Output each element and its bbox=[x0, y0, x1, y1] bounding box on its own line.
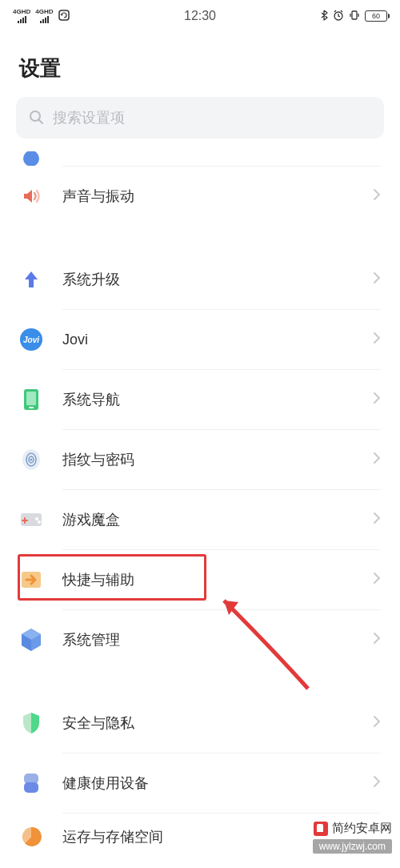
settings-item-system-nav[interactable]: 系统导航 bbox=[0, 370, 400, 429]
partial-icon bbox=[19, 151, 43, 166]
sound-icon bbox=[19, 184, 43, 208]
label-security: 安全与隐私 bbox=[62, 713, 373, 733]
svg-rect-9 bbox=[29, 407, 34, 408]
label-upgrade: 系统升级 bbox=[62, 270, 373, 289]
signal-1: 4GHD bbox=[13, 9, 30, 23]
settings-item-game-box[interactable]: 游戏魔盒 bbox=[0, 490, 400, 549]
watermark-url: www.jylzwj.com bbox=[313, 839, 392, 854]
svg-point-16 bbox=[38, 520, 41, 524]
watermark-icon bbox=[314, 822, 328, 836]
page-title: 设置 bbox=[0, 32, 400, 97]
signal-2: 4GHD bbox=[35, 9, 53, 23]
search-input[interactable]: 搜索设置项 bbox=[16, 97, 384, 139]
settings-item-sound[interactable]: 声音与振动 bbox=[0, 167, 400, 226]
upgrade-icon bbox=[19, 267, 43, 291]
label-shortcut: 快捷与辅助 bbox=[62, 570, 373, 589]
security-icon bbox=[19, 711, 43, 735]
label-sound: 声音与振动 bbox=[62, 187, 373, 206]
svg-rect-8 bbox=[26, 392, 36, 405]
status-bar: 4GHD 4GHD 12:30 60 bbox=[0, 0, 400, 32]
chevron-icon bbox=[373, 392, 381, 408]
alarm-icon bbox=[333, 10, 344, 23]
chevron-icon bbox=[373, 632, 381, 648]
svg-point-3 bbox=[30, 111, 40, 121]
chevron-icon bbox=[373, 271, 381, 287]
settings-item-partial[interactable] bbox=[0, 151, 400, 166]
fingerprint-icon bbox=[19, 448, 43, 472]
chevron-icon bbox=[373, 188, 381, 204]
svg-point-4 bbox=[23, 151, 39, 166]
storage-icon bbox=[19, 825, 43, 849]
settings-item-system-upgrade[interactable]: 系统升级 bbox=[0, 250, 400, 309]
svg-point-13 bbox=[30, 459, 33, 461]
bluetooth-icon bbox=[320, 10, 328, 23]
svg-text:Jovi: Jovi bbox=[23, 336, 39, 344]
chevron-icon bbox=[373, 572, 381, 588]
chevron-icon bbox=[373, 715, 381, 731]
chevron-icon bbox=[373, 332, 381, 348]
settings-item-system-manage[interactable]: 系统管理 bbox=[0, 610, 400, 669]
status-right: 60 bbox=[320, 10, 387, 23]
label-nav: 系统导航 bbox=[62, 390, 373, 409]
game-icon bbox=[19, 508, 43, 532]
health-icon bbox=[19, 771, 43, 795]
svg-rect-2 bbox=[352, 11, 357, 19]
nav-icon bbox=[19, 388, 43, 412]
search-placeholder: 搜索设置项 bbox=[53, 108, 125, 127]
svg-rect-19 bbox=[24, 782, 38, 793]
chevron-icon bbox=[373, 775, 381, 791]
chevron-icon bbox=[373, 452, 381, 468]
label-manage: 系统管理 bbox=[62, 630, 373, 649]
manage-icon bbox=[19, 628, 43, 652]
settings-item-shortcut[interactable]: 快捷与辅助 bbox=[0, 550, 400, 609]
search-icon bbox=[29, 110, 45, 126]
status-time: 12:30 bbox=[184, 9, 216, 23]
settings-item-security[interactable]: 安全与隐私 bbox=[0, 693, 400, 753]
watermark-site: 简约安卓网 bbox=[314, 821, 392, 836]
label-fingerprint: 指纹与密码 bbox=[62, 450, 373, 469]
chevron-icon bbox=[373, 512, 381, 528]
vibrate-icon bbox=[349, 10, 360, 23]
jovi-icon: Jovi bbox=[19, 328, 43, 352]
sync-icon bbox=[58, 9, 70, 24]
label-jovi: Jovi bbox=[62, 332, 373, 348]
battery-icon: 60 bbox=[365, 10, 387, 22]
label-game: 游戏魔盒 bbox=[62, 510, 373, 529]
svg-rect-0 bbox=[59, 10, 69, 20]
settings-item-health[interactable]: 健康使用设备 bbox=[0, 753, 400, 813]
svg-point-15 bbox=[35, 517, 38, 520]
settings-item-fingerprint[interactable]: 指纹与密码 bbox=[0, 430, 400, 489]
label-health: 健康使用设备 bbox=[62, 774, 373, 793]
settings-list: 声音与振动 系统升级 Jovi Jovi 系统导航 bbox=[0, 151, 400, 860]
settings-item-jovi[interactable]: Jovi Jovi bbox=[0, 310, 400, 369]
status-left: 4GHD 4GHD bbox=[13, 9, 70, 24]
shortcut-icon bbox=[19, 568, 43, 592]
